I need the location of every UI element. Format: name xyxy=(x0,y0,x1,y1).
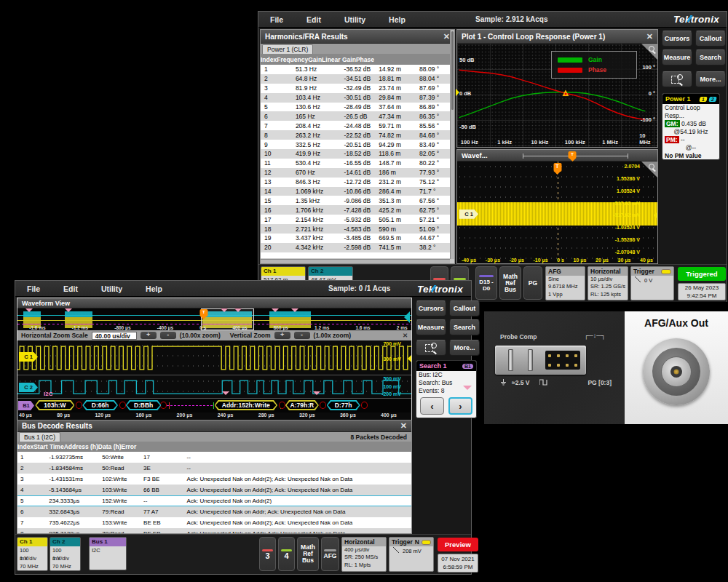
i2c-packet[interactable]: A:79h:R xyxy=(285,400,319,410)
bus1-badge[interactable]: B1 xyxy=(18,401,34,410)
menu-item[interactable]: Help xyxy=(134,284,174,293)
table-row[interactable]: 1-1.932735ms50:Write17-- xyxy=(17,452,411,463)
search1-badge[interactable]: Search 1B1 Bus: I2C Search: Bus Events: … xyxy=(416,360,477,418)
callout-button[interactable]: Callout xyxy=(449,300,480,316)
table-row[interactable]: 172.154 kHz-5.932 dB505.1 m57.21 ° xyxy=(261,215,454,224)
close-icon[interactable]: ✕ xyxy=(400,421,407,431)
cursors-button[interactable]: Cursors xyxy=(416,300,446,316)
math-ref-bus-button[interactable]: Math Ref Bus xyxy=(499,266,521,300)
i2c-packet[interactable]: 103h:W xyxy=(35,400,74,410)
table-row[interactable]: 12670 Hz-14.61 dB186 m77.93 ° xyxy=(261,168,454,178)
table-row[interactable]: 264.8 Hz-34.51 dB18.81 m88.04 ° xyxy=(261,74,454,84)
zoom-mode-button[interactable] xyxy=(416,340,446,356)
table-row[interactable]: 4103.4 Hz-30.51 dB29.84 m87.39 ° xyxy=(261,93,454,103)
close-zoom-icon[interactable]: ✕ xyxy=(403,332,408,339)
table-row[interactable]: 5234.3333μs152:Write--Ack: Unexpected Na… xyxy=(17,495,411,506)
cursors-button[interactable]: Cursors xyxy=(662,31,692,47)
callout-button[interactable]: Callout xyxy=(695,31,726,47)
pg-button[interactable]: PG xyxy=(523,266,542,300)
afg-button[interactable]: AFG xyxy=(321,537,339,571)
measure-button[interactable]: Measure xyxy=(662,49,692,65)
i2c-decode-strip[interactable]: I2C B1 103h:WD:66hD:BBhAddr:152h:WriteA:… xyxy=(17,399,411,412)
waveform-overview[interactable]: T -1.6 ms-1.2 ms-800 μs-400 μs0 s400 μs8… xyxy=(17,308,411,330)
i2c-packet[interactable]: Addr:152h:Write xyxy=(215,400,278,410)
table-row[interactable]: 204.342 kHz-2.598 dB741.5 m38.2 ° xyxy=(261,243,454,252)
wave-zoom-icon[interactable] xyxy=(641,162,657,178)
table-row[interactable]: 10419.9 Hz-18.52 dB118.6 m82.05 ° xyxy=(261,149,454,159)
i2c-packet[interactable]: D:BBh xyxy=(126,400,162,410)
more-button[interactable]: More... xyxy=(695,71,726,87)
tab-power1-clr[interactable]: Power 1 (CLR) xyxy=(262,44,313,54)
digital-d15-d0-button[interactable]: D15 -D0 xyxy=(475,266,497,300)
i2c-packet[interactable]: D:66h xyxy=(82,400,118,410)
table-row[interactable]: 381.9 Hz-32.49 dB23.74 m87.69 ° xyxy=(261,84,454,93)
afg-badge[interactable]: AFG Sine9.6718 MHz1 Vpp xyxy=(545,266,585,300)
menu-item[interactable]: Utility xyxy=(333,15,377,24)
trigger-marker[interactable]: T xyxy=(553,163,561,172)
horizontal-badge[interactable]: Horizontal 400 μs/divSR: 250 MS/sRL: 1 M… xyxy=(341,537,387,572)
table-row[interactable]: 7735.4622μs153:WriteBE EBAck: Unexpected… xyxy=(17,517,411,528)
next-event-button[interactable]: › xyxy=(448,397,472,415)
ch1-level-arrow[interactable] xyxy=(408,355,411,362)
table-row[interactable]: 151.3 Hz-36.52 dB14.92 m88.09 ° xyxy=(261,65,454,74)
table-row[interactable]: 5130.6 Hz-28.49 dB37.64 m86.89 ° xyxy=(261,103,454,112)
table-row[interactable]: 4-5.143684μs103:Write66 BBAck: Unexpecte… xyxy=(17,485,411,495)
table-row[interactable]: 6165 Hz-26.5 dB47.34 m86.35 ° xyxy=(261,111,454,121)
table-row[interactable]: 9332.5 Hz-20.51 dB94.29 m83.49 ° xyxy=(261,140,454,149)
menu-item[interactable]: Edit xyxy=(295,15,333,24)
trigger-badge[interactable]: TriggerN 208 mV xyxy=(389,537,434,572)
table-row[interactable]: 7208.4 Hz-24.48 dB59.71 m85.56 ° xyxy=(261,121,454,130)
close-icon[interactable]: ✕ xyxy=(443,32,450,41)
trigger-position-marker[interactable]: T xyxy=(569,151,577,159)
ch1-scale-badge[interactable]: Ch 1 100 mV/div1 X70 MHz xyxy=(17,537,48,571)
ch2-scale-badge[interactable]: Ch 2 100 mV/div1 X70 MHz xyxy=(50,537,81,571)
ch4-button[interactable]: 4 xyxy=(278,537,295,571)
harmonics-titlebar[interactable]: Harmonics/FRA Results✕ xyxy=(261,30,454,44)
horizontal-zoom-scale-input[interactable]: 40.00 us/div xyxy=(92,332,137,340)
trigger-badge[interactable]: Trigger 0 V xyxy=(630,266,674,300)
table-row[interactable]: 8263.2 Hz-22.52 dB74.82 m84.68 ° xyxy=(261,130,454,140)
waveform-view-titlebar[interactable]: Waveform View xyxy=(17,298,411,308)
vzoom-minus-button[interactable]: - xyxy=(294,332,310,339)
ch2-zoom-area[interactable]: C 2 500 mV 100 mV -200 mV xyxy=(17,376,411,399)
scope1-wave-titlebar[interactable]: Wavef... T xyxy=(457,150,657,162)
harmonics-hscrollbar[interactable] xyxy=(261,259,450,263)
trigger-marker[interactable]: T xyxy=(199,309,207,316)
tab-bus1-i2c[interactable]: Bus 1 (I2C) xyxy=(19,432,60,442)
vzoom-plus-button[interactable]: + xyxy=(274,332,290,339)
table-row[interactable]: 3-1.431531ms102:WriteF3 BEAck: Unexpecte… xyxy=(17,474,411,485)
menu-item[interactable]: Edit xyxy=(52,284,90,293)
bode-plot-area[interactable]: Gain Phase 100 Hz1 kHz10 kHz100 kHz1 MHz… xyxy=(457,44,657,147)
horizontal-badge[interactable]: Horizontal 10 μs/divSR: 1.25 GS/sRL: 125… xyxy=(587,266,628,300)
math-ref-bus-button[interactable]: Math Ref Bus xyxy=(297,537,319,571)
bus-decode-titlebar[interactable]: Bus Decode Results✕ xyxy=(17,420,411,432)
ch1-zoom-area[interactable]: C 1 700 mV 300 mV xyxy=(17,340,411,375)
i2c-packet[interactable]: D:77h xyxy=(327,400,360,410)
more-button[interactable]: More... xyxy=(449,340,480,356)
close-icon[interactable]: ✕ xyxy=(646,32,653,41)
table-row[interactable]: 193.437 kHz-3.485 dB669.5 m44.67 ° xyxy=(261,234,454,243)
scope1-wave-area[interactable]: T C 1 2.07041.55286 V1.03524 V517.62 mV-… xyxy=(457,162,657,263)
menu-item[interactable]: Help xyxy=(377,15,417,24)
menu-item[interactable]: File xyxy=(258,15,295,24)
table-row[interactable]: 161.706 kHz-7.428 dB425.2 m62.75 ° xyxy=(261,205,454,215)
zoom-mode-button[interactable] xyxy=(662,71,692,87)
plot1-titlebar[interactable]: Plot 1 - Control Loop Response (Power 1)… xyxy=(457,30,657,44)
prev-event-button[interactable]: ‹ xyxy=(420,397,444,415)
table-row[interactable]: 2-1.834584ms50:Read3E-- xyxy=(17,463,411,474)
bus1-badge[interactable]: Bus 1 I2C xyxy=(89,537,127,570)
table-row[interactable]: 151.35 kHz-9.086 dB351.3 m67.56 ° xyxy=(261,196,454,205)
table-row[interactable]: 141.069 kHz-10.86 dB286.4 m71.7 ° xyxy=(261,187,454,196)
hzoom-plus-button[interactable]: + xyxy=(141,332,157,339)
search-button[interactable]: Search xyxy=(695,49,726,65)
measure-button[interactable]: Measure xyxy=(416,319,446,335)
menu-item[interactable]: File xyxy=(15,284,52,293)
hzoom-minus-button[interactable]: - xyxy=(160,332,176,339)
search-button[interactable]: Search xyxy=(449,319,480,335)
table-row[interactable]: 13846.3 Hz-12.72 dB231.2 m75.12 ° xyxy=(261,178,454,187)
trigger-level-arrow[interactable] xyxy=(654,212,657,219)
table-row[interactable]: 8925.7139μs79:ReadBE EBAck: Unexpected N… xyxy=(17,528,411,533)
menu-item[interactable]: Utility xyxy=(90,284,134,293)
table-row[interactable]: 182.721 kHz-4.583 dB590 m51.09 ° xyxy=(261,224,454,234)
table-row[interactable]: 6332.6843μs79:Read77 A7Ack: Unexpected N… xyxy=(17,506,411,517)
